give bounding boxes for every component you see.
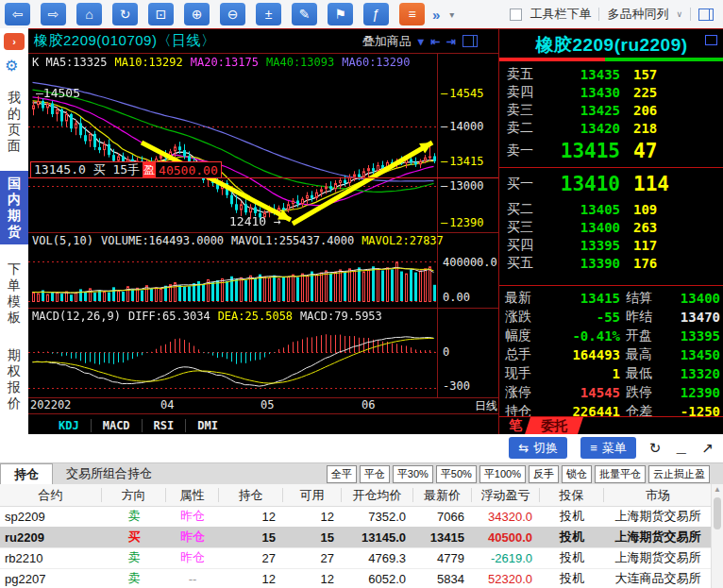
menu-button[interactable]: ≡ 菜单: [580, 437, 636, 459]
stat-row: 涨停14545跌停12390: [499, 383, 723, 402]
indicator-label: MAVOL1:255437.4000: [231, 234, 354, 247]
indicator-label: MAVOL2:27837: [362, 234, 444, 247]
switch-button[interactable]: ⇆ 切换: [509, 437, 567, 459]
action-button[interactable]: 平100%: [479, 465, 526, 483]
minimize-icon[interactable]: ＿: [674, 439, 688, 457]
gear-icon[interactable]: ⚙: [5, 57, 18, 75]
best-ask-row[interactable]: 卖一1341547: [499, 137, 723, 165]
macd-indicator-labels: MACD(12,26,9)DIFF:65.3034DEA:25.5058MACD…: [32, 310, 382, 323]
sidebar-item-4[interactable]: 期 权 报 价: [0, 343, 28, 416]
ask-row[interactable]: 卖五13435157: [499, 65, 723, 83]
popout-icon[interactable]: ↗: [701, 440, 714, 457]
sidebar-item-2[interactable]: 国 内 期 货: [0, 171, 28, 244]
refresh-button[interactable]: ↻: [112, 3, 138, 25]
overlay-product-button[interactable]: 叠加商品: [362, 33, 412, 50]
tab-tick[interactable]: 笔: [509, 417, 522, 434]
stats-divider: [499, 285, 723, 286]
positions-tab-2[interactable]: 交易所组合持仓: [53, 463, 165, 484]
toolbar-dropdown-icon[interactable]: ▾: [449, 9, 454, 20]
flag-button[interactable]: ⚑: [328, 3, 353, 25]
sidebar-item-3[interactable]: 下 单 模 板: [0, 257, 28, 330]
toolbar-more-icon[interactable]: »: [432, 7, 440, 23]
stat-row: 现手1最低13320: [499, 364, 723, 383]
draw-button[interactable]: ✎: [292, 3, 317, 25]
formula-button[interactable]: ƒ: [363, 3, 389, 25]
stat-cell: 总手: [499, 346, 543, 363]
positions-tab-1[interactable]: 持仓: [0, 463, 53, 484]
crop-button[interactable]: ⊡: [148, 3, 174, 25]
position-row-pg2207[interactable]: pg2207卖--12126052.0583452320.0投机大连商品交易所: [0, 568, 712, 588]
stat-cell: -55: [543, 310, 620, 325]
position-cell: 27: [283, 551, 342, 565]
book-cell: 117: [620, 238, 723, 253]
action-button[interactable]: 平50%: [436, 465, 477, 483]
refresh-icon[interactable]: ↻: [649, 440, 662, 457]
toolbar-order-checkbox[interactable]: [510, 8, 522, 21]
book-cell: 263: [620, 220, 723, 235]
sidebar-item-1[interactable]: 我 的 页 面: [0, 85, 28, 159]
column-header: 开仓均价: [342, 488, 413, 502]
position-cell: 13145.0: [342, 530, 413, 545]
column-header: 合约: [0, 488, 102, 502]
ask-row[interactable]: 卖二13420218: [499, 119, 723, 137]
stat-cell: 涨停: [499, 384, 543, 401]
buy-sell-strength-bar: [499, 58, 723, 61]
action-button[interactable]: 平仓: [360, 465, 390, 483]
action-button[interactable]: 云止损止盈: [648, 465, 710, 483]
restore-window-icon[interactable]: [705, 35, 717, 45]
multi-symbol-dropdown[interactable]: 多品种同列: [607, 6, 668, 23]
bid-row[interactable]: 买二13405109: [499, 200, 723, 218]
position-row-sp2209[interactable]: sp2209卖昨仓12127352.0706634320.0投机上海期货交易所: [0, 506, 712, 528]
position-cell: 昨仓: [166, 508, 219, 525]
bid-row[interactable]: 买三13400263: [499, 218, 723, 236]
position-cell: 卖: [102, 549, 166, 566]
indicator-tab-kdj[interactable]: KDJ: [47, 419, 92, 432]
scroll-up-icon[interactable]: ▲: [712, 484, 723, 496]
time-axis-label: 202202: [30, 398, 71, 412]
position-row-rb2210[interactable]: rb2210卖昨仓27274769.34779-2619.0投机上海期货交易所: [0, 547, 712, 569]
layout-icon[interactable]: [698, 8, 714, 21]
tab-orders[interactable]: 委托: [525, 417, 583, 434]
scroll-thumb[interactable]: [714, 497, 721, 529]
price-axis-label: 13000: [441, 179, 497, 193]
book-cell: 卖四: [499, 84, 539, 101]
back-button[interactable]: ⇦: [5, 3, 30, 25]
bid-row[interactable]: 买五13390176: [499, 254, 723, 272]
indicator-tab-rsi[interactable]: RSI: [143, 419, 187, 432]
forward-button[interactable]: ⇨: [41, 3, 66, 25]
ask-row[interactable]: 卖四13430225: [499, 83, 723, 101]
sell-strength: [499, 58, 605, 61]
book-cell: 13435: [539, 67, 620, 82]
adjust-button[interactable]: ±: [256, 3, 281, 25]
expand-button[interactable]: ›: [4, 33, 25, 50]
column-header: 市场: [604, 488, 712, 502]
chevron-down-icon[interactable]: ∨: [676, 9, 682, 19]
overlay-dropdown-icon[interactable]: ▾: [418, 35, 424, 48]
zoom-out-button[interactable]: ⊖: [220, 3, 245, 25]
list-button[interactable]: ≡: [399, 3, 425, 25]
macd-chart-canvas[interactable]: [28, 322, 437, 397]
action-button[interactable]: 平30%: [393, 465, 433, 483]
action-button[interactable]: 锁仓: [562, 465, 592, 483]
position-cell: 上海期货交易所: [604, 529, 712, 546]
indicator-tab-dmi[interactable]: DMI: [186, 419, 229, 432]
kline-chart-canvas[interactable]: [28, 54, 437, 232]
volume-chart-canvas[interactable]: [28, 248, 437, 306]
position-order-marker[interactable]: 13145.0 买 15手盈40500.00: [30, 161, 222, 178]
position-cell: 投机: [540, 529, 604, 546]
position-row-ru2209[interactable]: ru2209买昨仓151513145.01341540500.0投机上海期货交易…: [0, 527, 712, 548]
zoom-in-button[interactable]: ⊕: [184, 3, 210, 25]
bid-row[interactable]: 买四13395117: [499, 236, 723, 254]
home-button[interactable]: ⌂: [76, 3, 102, 25]
volume-axis-label: 0.00: [443, 291, 499, 304]
action-button[interactable]: 批量平仓: [595, 465, 646, 483]
indicator-tab-macd[interactable]: MACD: [92, 419, 143, 432]
table-scrollbar[interactable]: ▲: [711, 484, 723, 588]
prev-contract-icon[interactable]: ⇤: [430, 35, 440, 48]
next-contract-icon[interactable]: ⇥: [446, 35, 456, 48]
best-bid-row[interactable]: 买一13410114: [499, 170, 723, 198]
action-button[interactable]: 全平: [327, 465, 357, 483]
action-button[interactable]: 反手: [529, 465, 559, 483]
ask-row[interactable]: 卖三13425206: [499, 101, 723, 119]
pane-layout-icon[interactable]: [462, 35, 478, 47]
